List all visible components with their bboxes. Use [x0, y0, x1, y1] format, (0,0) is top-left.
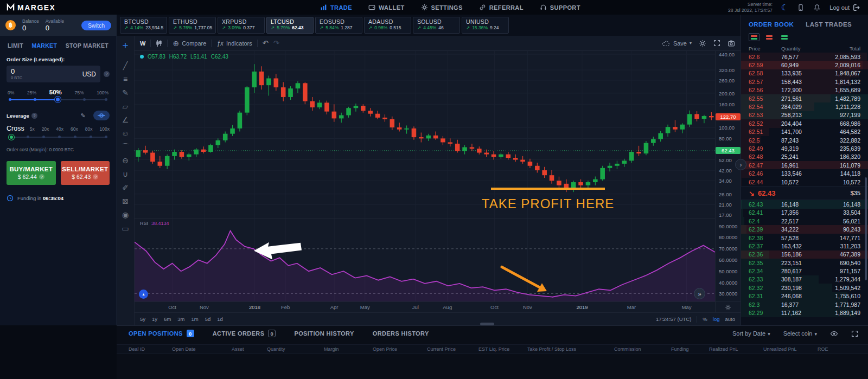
leverage-edit-button[interactable]: ✎	[75, 111, 91, 120]
sort-by-date-dropdown[interactable]: Sort by Date▾	[732, 330, 770, 337]
range-5y[interactable]: 5y	[140, 316, 145, 322]
switch-button[interactable]: Switch	[81, 21, 111, 30]
toggle-visibility-eye-icon[interactable]	[830, 330, 838, 338]
leverage-slider[interactable]	[9, 134, 107, 140]
orderbook-row[interactable]: 62.34280,617971,157	[741, 267, 868, 275]
leverage-help-icon[interactable]: ?	[31, 113, 37, 119]
orderbook-scrollbar[interactable]	[865, 177, 867, 280]
orderbook-row[interactable]: 62.4117,35633,504	[741, 209, 868, 217]
notifications-bell-icon[interactable]	[813, 4, 821, 11]
crosshair-tool[interactable]: +	[122, 40, 128, 50]
indicators-button[interactable]: ƒx Indicators	[216, 40, 252, 47]
buy-market-button[interactable]: BUY/MARKET $ 62.44?	[7, 161, 56, 185]
nav-support[interactable]: SUPPORT	[540, 4, 580, 11]
scale-log-toggle[interactable]: log	[713, 316, 720, 322]
candle-style-button[interactable]	[156, 40, 162, 47]
leverage-mark-5x[interactable]: 5x	[30, 126, 35, 132]
chart-clock[interactable]: 17:24:57 (UTC)	[656, 316, 691, 322]
view-both-sides-icon[interactable]	[749, 33, 760, 41]
percent-label-75[interactable]: 75%	[75, 90, 84, 95]
orderbook-row[interactable]: 62.4316,14816,148	[741, 200, 868, 208]
percent-label-50[interactable]: 50%	[49, 89, 62, 95]
leverage-mark-60x[interactable]: 60x	[71, 126, 78, 132]
fullscreen-icon[interactable]	[713, 40, 720, 47]
scroll-to-realtime-button[interactable]: »	[694, 288, 705, 299]
range-1m[interactable]: 1m	[192, 316, 199, 322]
hide-drawings-tool[interactable]: ◉	[122, 211, 129, 219]
redo-button[interactable]: ↷	[273, 39, 279, 47]
pattern-tool[interactable]: ▱	[123, 102, 129, 110]
screenshot-camera-icon[interactable]	[727, 40, 735, 47]
time-axis[interactable]: OctNov2018FebAprMayJulAugOctNov2019MarMa…	[135, 301, 741, 312]
view-bids-icon[interactable]	[779, 33, 790, 41]
orderbook-row[interactable]: 62.53258,213927,199	[741, 111, 868, 119]
range-1d[interactable]: 1d	[217, 316, 223, 322]
tab-stop-market[interactable]: STOP MARKET	[66, 42, 108, 49]
mobile-app-icon[interactable]	[797, 4, 805, 11]
nav-wallet[interactable]: WALLET	[368, 4, 405, 11]
forecast-tool[interactable]: ∠	[122, 116, 129, 124]
ticker-xrpusd[interactable]: XRPUSD↗3.09%0.377	[218, 17, 265, 34]
orderbook-row[interactable]: 62.5960,9492,009,016	[741, 61, 868, 69]
orderbook-row[interactable]: 62.57158,4431,814,132	[741, 78, 868, 86]
measure-tool[interactable]: ⌒	[122, 143, 129, 151]
margin-mode-label[interactable]: Cross	[7, 125, 24, 132]
lock-tool[interactable]: ⊠	[122, 197, 129, 205]
leverage-mark-80x[interactable]: 80x	[85, 126, 93, 132]
margex-logo[interactable]: MARGEX	[0, 3, 114, 12]
tab-last-trades[interactable]: LAST TRADES	[806, 21, 852, 28]
orderbook-row[interactable]: 62.46133,546144,118	[741, 169, 868, 177]
ticker-solusd[interactable]: SOLUSD↗4.45%46	[413, 17, 460, 34]
orderbook-row[interactable]: 62.3934,22290,243	[741, 225, 868, 233]
ticker-ethusd[interactable]: ETHUSD↗5.76%1,737.05	[169, 17, 216, 34]
drawing-tool[interactable]: ✐	[122, 184, 129, 191]
nav-settings[interactable]: SETTINGS	[421, 4, 463, 11]
price-pane[interactable]: TAKE PROFIT HERE O57.83H63.72 L51.41C62.…	[135, 51, 715, 218]
leverage-mark-100x[interactable]: 100x	[100, 126, 110, 132]
orderbook-row[interactable]: 62.54284,0291,211,228	[741, 102, 868, 111]
ticker-ltcusd[interactable]: LTCUSD↗5.79%62.43	[266, 17, 314, 34]
delete-drawings-tool[interactable]: ▭	[122, 224, 129, 232]
compare-button[interactable]: ⊕ Compare	[173, 39, 206, 48]
zoom-out-tool[interactable]: ⊖	[122, 157, 129, 164]
orderbook-row[interactable]: 62.58133,9351,948,067	[741, 69, 868, 78]
chart-settings-gear-icon[interactable]	[699, 40, 706, 47]
ticker-eosusd[interactable]: EOSUSD↗5.84%1.287	[315, 17, 362, 34]
range-1y[interactable]: 1y	[152, 316, 157, 322]
orderbook-row[interactable]: 62.56172,9001,655,689	[741, 86, 868, 94]
tab-active-orders[interactable]: ACTIVE ORDERS0	[213, 330, 276, 337]
undo-button[interactable]: ↶	[263, 39, 269, 47]
range-5d[interactable]: 5d	[205, 316, 211, 322]
orderbook-row[interactable]: 62.51141,700464,582	[741, 128, 868, 136]
scale-auto-toggle[interactable]: auto	[725, 316, 736, 322]
leverage-slider-handle[interactable]	[9, 134, 14, 140]
chart-plot[interactable]: TAKE PROFIT HERE O57.83H63.72 L51.41C62.…	[135, 51, 715, 301]
chart-watermark-button[interactable]: ▴	[139, 290, 148, 299]
magnet-tool[interactable]: ∪	[123, 170, 128, 178]
theme-moon-icon[interactable]: ☾	[781, 3, 788, 12]
orderbook-row[interactable]: 62.29117,1621,889,149	[741, 309, 868, 317]
price-axis[interactable]: 440.00320.00260.00200.00160.00100.0080.0…	[715, 51, 741, 301]
save-layout-button[interactable]: Save ▾	[662, 40, 692, 47]
order-size-input[interactable]: 0 0 BTC USD	[7, 66, 100, 82]
orderbook-row[interactable]: 62.587,243322,882	[741, 136, 868, 144]
orderbook-row[interactable]: 62.37163,432311,203	[741, 242, 868, 250]
ticker-uniusd[interactable]: UNIUSD↗15.36%9.24	[462, 17, 509, 34]
collapse-orderbook-handle[interactable]: ›	[735, 159, 746, 170]
orderbook-row[interactable]: 62.676,5772,085,593	[741, 53, 868, 61]
range-6m[interactable]: 6m	[164, 316, 171, 322]
orderbook-row[interactable]: 62.36156,186467,389	[741, 250, 868, 259]
orderbook-row[interactable]: 62.316,3771,771,987	[741, 300, 868, 309]
logout-button[interactable]: Log out	[829, 4, 860, 11]
orderbook-row[interactable]: 62.35223,151690,540	[741, 259, 868, 267]
orderbook-row[interactable]: 62.4825,241186,320	[741, 153, 868, 161]
ticker-adausd[interactable]: ADAUSD↗0.98%0.515	[364, 17, 411, 34]
order-size-currency[interactable]: USD	[82, 70, 96, 78]
leverage-mark-40x[interactable]: 40x	[56, 126, 63, 132]
orderbook-row[interactable]: 62.33308,1871,279,344	[741, 275, 868, 284]
leverage-slider-toggle[interactable]	[93, 111, 110, 120]
fib-retracement-tool[interactable]: ≡	[123, 75, 127, 83]
series-dot-icon[interactable]	[140, 55, 144, 59]
orderbook-row[interactable]: 62.4949,319235,639	[741, 144, 868, 152]
select-coin-dropdown[interactable]: Select coin▾	[783, 330, 817, 337]
